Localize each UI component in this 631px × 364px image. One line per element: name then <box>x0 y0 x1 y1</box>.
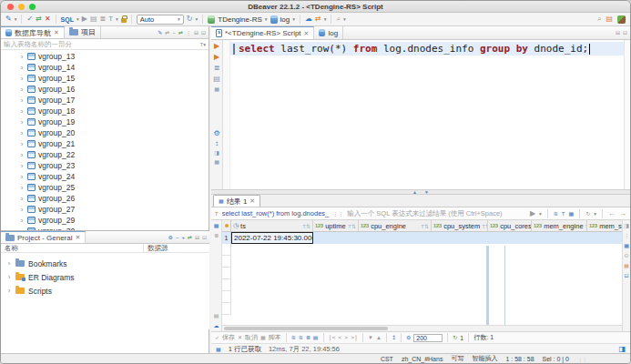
project-item[interactable]: ›Bookmarks <box>1 257 209 270</box>
explain-plan-icon[interactable]: ≣ <box>99 15 106 23</box>
maximize-up-icon[interactable]: ▲ <box>412 190 417 195</box>
maximize-icon[interactable]: ⊡ <box>623 30 627 35</box>
auto-commit-icon[interactable]: ⇄ <box>36 15 42 23</box>
row-number[interactable]: 1 <box>222 232 231 244</box>
transaction-filter-icon[interactable]: T <box>108 15 113 23</box>
column-header-uptime[interactable]: 123uptimeT⇅ <box>313 220 359 231</box>
navigator-item[interactable]: ›vgroup_27 <box>1 204 209 215</box>
cancel-icon[interactable]: ✕ <box>238 335 242 340</box>
navigator-item[interactable]: ›vgroup_20 <box>1 127 209 138</box>
save-file-icon[interactable]: ↥ <box>214 141 219 147</box>
chevron-down-icon[interactable]: ▾ <box>15 16 17 22</box>
editor-content[interactable]: select last_row(*) from log.dnodes_info … <box>230 40 624 189</box>
navigator-item[interactable]: ›vgroup_24 <box>1 171 209 182</box>
grid-hscrollbar[interactable] <box>222 325 622 331</box>
link-editor-icon[interactable]: ⇄ <box>165 30 169 35</box>
cell-mem_system[interactable]: 1,278.23 <box>433 246 487 331</box>
open-in-browser-icon[interactable]: ◨ <box>618 346 626 353</box>
commit-mode-combo[interactable]: Auto ▾ <box>137 15 184 25</box>
cloud-icon[interactable]: ☁ <box>305 15 312 23</box>
chevron-down-icon[interactable]: ▾ <box>265 16 268 22</box>
metadata-panel-icon[interactable]: ▦ <box>624 243 629 248</box>
column-filter-icon[interactable]: T⇅ <box>482 223 488 229</box>
refresh-icon[interactable]: ↻ <box>187 15 193 23</box>
value-panel-icon[interactable]: ◨ <box>624 223 629 228</box>
zoom-window-icon[interactable] <box>29 4 36 10</box>
rollback-icon[interactable]: ✕ <box>45 15 51 23</box>
cancel-label[interactable]: 取消 <box>245 333 258 342</box>
calc-panel-icon[interactable]: ▤ <box>214 313 219 318</box>
add-row-icon[interactable]: ≋ <box>291 335 296 340</box>
chevron-down-icon[interactable]: ▾ <box>292 16 295 22</box>
close-window-icon[interactable] <box>7 4 14 10</box>
grid-data-row[interactable]: 1 2022-07-22 19:45:30.0009,996,3160.3074… <box>222 232 622 244</box>
navigator-item[interactable]: ›vgroup_26 <box>1 193 209 204</box>
column-header-cpu_engine[interactable]: 123cpu_engineT⇅ <box>359 220 432 231</box>
last-record-icon[interactable]: >| <box>351 334 358 341</box>
chevron-down-icon[interactable]: ▾ <box>196 16 198 22</box>
calc-panel-icon[interactable]: ▤ <box>624 263 629 268</box>
open-file-icon[interactable]: ◨ <box>214 150 219 156</box>
expander-icon[interactable]: › <box>6 273 12 281</box>
save-label[interactable]: 保存 <box>222 333 235 342</box>
column-filter-icon[interactable]: T⇅ <box>302 223 310 229</box>
active-connection[interactable]: TDengine-RS <box>218 15 261 24</box>
view-menu-icon[interactable]: ⋮ <box>186 30 191 35</box>
expander-icon[interactable]: › <box>6 287 12 295</box>
column-filter-icon[interactable]: T⇅ <box>421 223 429 229</box>
prev-record-icon[interactable]: < <box>338 334 341 341</box>
navigator-item[interactable]: ›vgroup_21 <box>1 138 209 149</box>
column-header-ts[interactable]: ◷tsT⇅ <box>231 220 313 231</box>
expander-icon[interactable]: › <box>19 75 25 83</box>
first-record-icon[interactable]: |< <box>329 334 336 341</box>
maximize-icon[interactable]: ⊡ <box>201 30 206 35</box>
text-view-icon[interactable]: ≣ <box>214 233 219 238</box>
expander-icon[interactable]: › <box>19 86 25 94</box>
expander-icon[interactable]: › <box>19 118 25 126</box>
active-database[interactable]: log <box>280 15 290 24</box>
column-header-mem_engine[interactable]: 123mem_engineT⇅ <box>532 220 587 231</box>
refresh-icon[interactable]: ↻ <box>453 335 457 340</box>
caret-position[interactable]: 1 : 58 : 58 <box>505 356 534 362</box>
bookmarks-icon[interactable]: ▤ <box>606 15 613 23</box>
row-header-corner[interactable] <box>222 220 231 231</box>
collapse-all-icon[interactable]: − <box>172 30 176 35</box>
gear-icon[interactable]: ⚙ <box>406 335 411 340</box>
expander-icon[interactable]: › <box>6 259 12 268</box>
cell-ts[interactable]: 2022-07-22 19:45:30.000 <box>231 232 313 244</box>
expander-icon[interactable]: › <box>19 173 25 181</box>
tab-projects[interactable]: 项目 <box>65 26 101 38</box>
navigator-item[interactable]: ›vgroup_15 <box>1 73 209 84</box>
refresh-tree-icon[interactable]: ⇄ <box>178 30 183 35</box>
gear-icon[interactable]: ⚙ <box>168 235 172 240</box>
column-header-mem_system[interactable]: 123mem_systemT⇅ <box>587 220 622 231</box>
lock-icon[interactable] <box>121 18 127 23</box>
sql-editor-icon[interactable]: SQL <box>61 16 74 23</box>
title-bar[interactable]: DBeaver 22.1.2 - <TDengine-RS> Script <box>1 1 630 13</box>
fetch-all-icon[interactable]: ▲ <box>376 335 382 340</box>
expand-filter-icon[interactable]: ≋ <box>554 211 558 217</box>
navigator-item[interactable]: ›vgroup_22 <box>1 149 209 160</box>
navigator-filter-input[interactable] <box>4 40 200 48</box>
expander-icon[interactable]: › <box>19 129 25 137</box>
expander-icon[interactable]: › <box>19 53 25 61</box>
next-record-icon[interactable]: > <box>344 334 348 341</box>
expander-icon[interactable]: › <box>19 64 25 72</box>
minimize-icon[interactable]: ⊟ <box>195 235 199 240</box>
copy-row-icon[interactable]: ≋ <box>299 335 303 340</box>
expander-icon[interactable]: › <box>19 140 25 148</box>
expander-icon[interactable]: › <box>19 217 25 225</box>
expander-icon[interactable]: › <box>19 206 25 214</box>
new-connection-icon[interactable]: ✎ <box>5 15 12 23</box>
search-icon[interactable]: ⌕ <box>336 15 340 23</box>
scrollbar-thumb[interactable] <box>224 327 388 330</box>
gear-icon[interactable]: ⚙ <box>213 130 219 137</box>
insert-mode-indicator[interactable]: 智能插入 <box>472 354 497 363</box>
close-icon[interactable]: ✕ <box>249 197 255 205</box>
fetch-next-icon[interactable]: ▼ <box>368 335 373 340</box>
tab-results-1[interactable]: ▦ 结果 1 ✕ <box>213 195 260 207</box>
expander-icon[interactable]: › <box>19 151 25 159</box>
editor-vscrollbar[interactable] <box>624 40 630 189</box>
expander-icon[interactable]: › <box>19 195 25 203</box>
templates-icon[interactable]: ▦ <box>214 159 219 165</box>
